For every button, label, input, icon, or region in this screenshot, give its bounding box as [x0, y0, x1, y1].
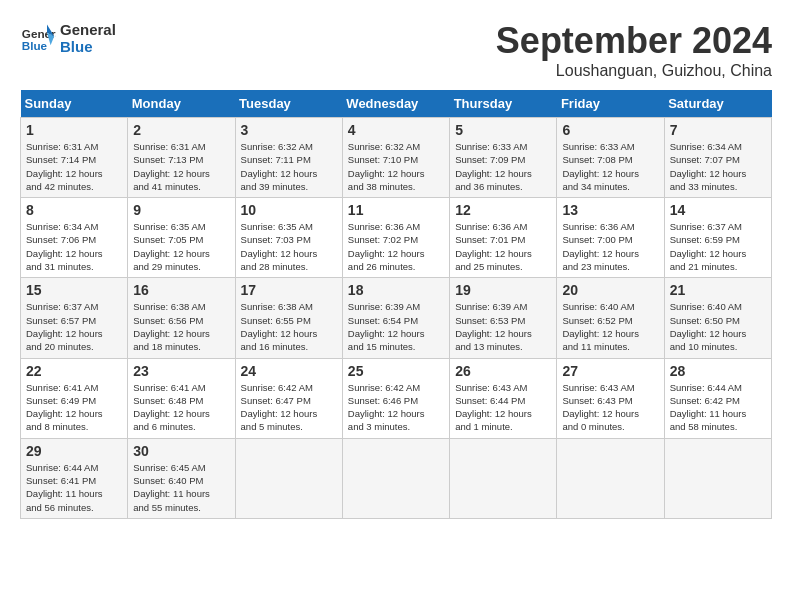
day-info: Sunrise: 6:42 AM Sunset: 6:46 PM Dayligh… [348, 381, 444, 434]
calendar-cell: 22Sunrise: 6:41 AM Sunset: 6:49 PM Dayli… [21, 358, 128, 438]
day-info: Sunrise: 6:43 AM Sunset: 6:44 PM Dayligh… [455, 381, 551, 434]
day-number: 18 [348, 282, 444, 298]
day-info: Sunrise: 6:33 AM Sunset: 7:08 PM Dayligh… [562, 140, 658, 193]
calendar-cell: 3Sunrise: 6:32 AM Sunset: 7:11 PM Daylig… [235, 118, 342, 198]
day-info: Sunrise: 6:44 AM Sunset: 6:41 PM Dayligh… [26, 461, 122, 514]
day-info: Sunrise: 6:35 AM Sunset: 7:03 PM Dayligh… [241, 220, 337, 273]
day-info: Sunrise: 6:40 AM Sunset: 6:52 PM Dayligh… [562, 300, 658, 353]
calendar-cell [450, 438, 557, 518]
calendar-cell: 4Sunrise: 6:32 AM Sunset: 7:10 PM Daylig… [342, 118, 449, 198]
day-number: 7 [670, 122, 766, 138]
logo: General Blue General Blue [20, 20, 116, 56]
day-info: Sunrise: 6:41 AM Sunset: 6:49 PM Dayligh… [26, 381, 122, 434]
day-number: 19 [455, 282, 551, 298]
header-day-thursday: Thursday [450, 90, 557, 118]
day-number: 25 [348, 363, 444, 379]
day-number: 22 [26, 363, 122, 379]
day-number: 20 [562, 282, 658, 298]
day-number: 27 [562, 363, 658, 379]
svg-text:Blue: Blue [22, 39, 48, 52]
header-row: SundayMondayTuesdayWednesdayThursdayFrid… [21, 90, 772, 118]
day-number: 12 [455, 202, 551, 218]
day-number: 1 [26, 122, 122, 138]
day-info: Sunrise: 6:33 AM Sunset: 7:09 PM Dayligh… [455, 140, 551, 193]
day-number: 3 [241, 122, 337, 138]
calendar-cell: 26Sunrise: 6:43 AM Sunset: 6:44 PM Dayli… [450, 358, 557, 438]
header-day-wednesday: Wednesday [342, 90, 449, 118]
header-day-sunday: Sunday [21, 90, 128, 118]
day-info: Sunrise: 6:45 AM Sunset: 6:40 PM Dayligh… [133, 461, 229, 514]
location-title: Loushanguan, Guizhou, China [496, 62, 772, 80]
calendar-cell: 16Sunrise: 6:38 AM Sunset: 6:56 PM Dayli… [128, 278, 235, 358]
day-number: 30 [133, 443, 229, 459]
day-number: 5 [455, 122, 551, 138]
week-row-5: 29Sunrise: 6:44 AM Sunset: 6:41 PM Dayli… [21, 438, 772, 518]
day-info: Sunrise: 6:31 AM Sunset: 7:14 PM Dayligh… [26, 140, 122, 193]
day-number: 4 [348, 122, 444, 138]
day-info: Sunrise: 6:36 AM Sunset: 7:02 PM Dayligh… [348, 220, 444, 273]
header-day-tuesday: Tuesday [235, 90, 342, 118]
day-number: 14 [670, 202, 766, 218]
calendar-cell [342, 438, 449, 518]
calendar-cell: 24Sunrise: 6:42 AM Sunset: 6:47 PM Dayli… [235, 358, 342, 438]
day-info: Sunrise: 6:37 AM Sunset: 6:57 PM Dayligh… [26, 300, 122, 353]
calendar-cell: 2Sunrise: 6:31 AM Sunset: 7:13 PM Daylig… [128, 118, 235, 198]
calendar-cell: 20Sunrise: 6:40 AM Sunset: 6:52 PM Dayli… [557, 278, 664, 358]
header-day-saturday: Saturday [664, 90, 771, 118]
calendar-cell: 6Sunrise: 6:33 AM Sunset: 7:08 PM Daylig… [557, 118, 664, 198]
calendar-cell [557, 438, 664, 518]
day-info: Sunrise: 6:38 AM Sunset: 6:55 PM Dayligh… [241, 300, 337, 353]
day-info: Sunrise: 6:44 AM Sunset: 6:42 PM Dayligh… [670, 381, 766, 434]
calendar-header: SundayMondayTuesdayWednesdayThursdayFrid… [21, 90, 772, 118]
calendar-cell: 1Sunrise: 6:31 AM Sunset: 7:14 PM Daylig… [21, 118, 128, 198]
calendar-cell: 19Sunrise: 6:39 AM Sunset: 6:53 PM Dayli… [450, 278, 557, 358]
calendar-cell: 17Sunrise: 6:38 AM Sunset: 6:55 PM Dayli… [235, 278, 342, 358]
day-info: Sunrise: 6:32 AM Sunset: 7:10 PM Dayligh… [348, 140, 444, 193]
logo-icon: General Blue [20, 20, 56, 56]
month-title: September 2024 [496, 20, 772, 62]
week-row-4: 22Sunrise: 6:41 AM Sunset: 6:49 PM Dayli… [21, 358, 772, 438]
day-number: 29 [26, 443, 122, 459]
day-number: 23 [133, 363, 229, 379]
calendar-cell: 7Sunrise: 6:34 AM Sunset: 7:07 PM Daylig… [664, 118, 771, 198]
calendar-cell: 18Sunrise: 6:39 AM Sunset: 6:54 PM Dayli… [342, 278, 449, 358]
day-number: 16 [133, 282, 229, 298]
week-row-1: 1Sunrise: 6:31 AM Sunset: 7:14 PM Daylig… [21, 118, 772, 198]
calendar-cell: 13Sunrise: 6:36 AM Sunset: 7:00 PM Dayli… [557, 198, 664, 278]
day-number: 28 [670, 363, 766, 379]
calendar-cell: 10Sunrise: 6:35 AM Sunset: 7:03 PM Dayli… [235, 198, 342, 278]
calendar-cell: 9Sunrise: 6:35 AM Sunset: 7:05 PM Daylig… [128, 198, 235, 278]
calendar-cell: 15Sunrise: 6:37 AM Sunset: 6:57 PM Dayli… [21, 278, 128, 358]
day-info: Sunrise: 6:34 AM Sunset: 7:07 PM Dayligh… [670, 140, 766, 193]
calendar-body: 1Sunrise: 6:31 AM Sunset: 7:14 PM Daylig… [21, 118, 772, 519]
day-number: 11 [348, 202, 444, 218]
day-number: 26 [455, 363, 551, 379]
day-number: 6 [562, 122, 658, 138]
header-day-friday: Friday [557, 90, 664, 118]
calendar-cell: 21Sunrise: 6:40 AM Sunset: 6:50 PM Dayli… [664, 278, 771, 358]
day-info: Sunrise: 6:43 AM Sunset: 6:43 PM Dayligh… [562, 381, 658, 434]
day-number: 17 [241, 282, 337, 298]
calendar-table: SundayMondayTuesdayWednesdayThursdayFrid… [20, 90, 772, 519]
day-number: 9 [133, 202, 229, 218]
day-number: 10 [241, 202, 337, 218]
calendar-cell: 11Sunrise: 6:36 AM Sunset: 7:02 PM Dayli… [342, 198, 449, 278]
day-info: Sunrise: 6:34 AM Sunset: 7:06 PM Dayligh… [26, 220, 122, 273]
day-info: Sunrise: 6:36 AM Sunset: 7:00 PM Dayligh… [562, 220, 658, 273]
day-info: Sunrise: 6:35 AM Sunset: 7:05 PM Dayligh… [133, 220, 229, 273]
calendar-cell: 30Sunrise: 6:45 AM Sunset: 6:40 PM Dayli… [128, 438, 235, 518]
day-info: Sunrise: 6:38 AM Sunset: 6:56 PM Dayligh… [133, 300, 229, 353]
day-info: Sunrise: 6:32 AM Sunset: 7:11 PM Dayligh… [241, 140, 337, 193]
week-row-3: 15Sunrise: 6:37 AM Sunset: 6:57 PM Dayli… [21, 278, 772, 358]
calendar-cell: 27Sunrise: 6:43 AM Sunset: 6:43 PM Dayli… [557, 358, 664, 438]
logo-text-general: General [60, 21, 116, 38]
day-info: Sunrise: 6:39 AM Sunset: 6:54 PM Dayligh… [348, 300, 444, 353]
calendar-cell: 8Sunrise: 6:34 AM Sunset: 7:06 PM Daylig… [21, 198, 128, 278]
day-number: 15 [26, 282, 122, 298]
calendar-cell: 12Sunrise: 6:36 AM Sunset: 7:01 PM Dayli… [450, 198, 557, 278]
header-day-monday: Monday [128, 90, 235, 118]
day-info: Sunrise: 6:41 AM Sunset: 6:48 PM Dayligh… [133, 381, 229, 434]
day-info: Sunrise: 6:37 AM Sunset: 6:59 PM Dayligh… [670, 220, 766, 273]
day-number: 21 [670, 282, 766, 298]
calendar-cell: 5Sunrise: 6:33 AM Sunset: 7:09 PM Daylig… [450, 118, 557, 198]
